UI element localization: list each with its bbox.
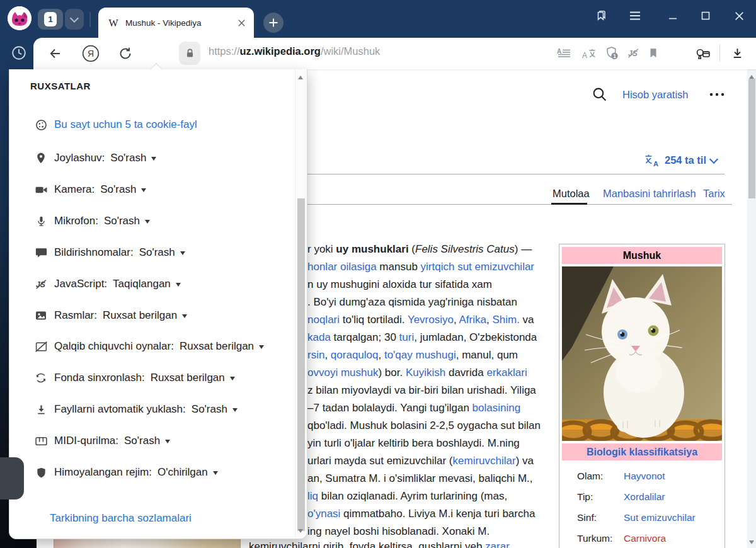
article-link[interactable]: Shim. [492, 314, 519, 326]
tab-group-button[interactable]: 1 [38, 9, 84, 30]
caret-down-icon [180, 251, 185, 258]
maximize-icon[interactable] [697, 8, 714, 23]
article-text-segment: tarqalgan; 30 [331, 331, 399, 343]
history-icon[interactable] [11, 45, 27, 61]
permission-row: Fonda sinxronlash:Ruxsat berilgan [33, 370, 235, 386]
article-link[interactable]: liq [307, 490, 318, 502]
cookies-link[interactable]: Bu sayt uchun 5 ta cookie-fayl [54, 118, 197, 131]
images-icon [33, 309, 49, 322]
permission-value-dropdown[interactable]: So'rash [98, 215, 150, 227]
content-settings-link[interactable]: Tarkibning barcha sozlamalari [50, 512, 192, 525]
permission-label: Mikrofon: [54, 215, 98, 227]
permission-value-dropdown[interactable]: Ruxsat berilgan [145, 372, 235, 384]
javascript-icon: JS [33, 278, 49, 291]
article-link[interactable]: Yevrosiyo [408, 314, 454, 326]
taxonomy-value-link[interactable]: Sut emizuvchilar [624, 512, 696, 523]
permission-value-dropdown[interactable]: So'rash [94, 183, 146, 196]
article-text-segment: uy mushuklari [336, 243, 408, 255]
profile-avatar[interactable] [8, 6, 32, 30]
permission-value-dropdown[interactable]: So'rash [105, 152, 156, 164]
reader-mode-icon[interactable]: A [557, 48, 571, 59]
create-account-link[interactable]: Hisob yaratish [622, 89, 689, 101]
permission-value-dropdown[interactable]: O'chirilgan [152, 466, 218, 479]
tab-tarix[interactable]: Tarix [703, 188, 725, 200]
article-link[interactable]: o'ynasi [307, 508, 340, 520]
permission-value-dropdown[interactable]: So'rash [134, 246, 185, 259]
taxonomy-value-link[interactable]: Xordalilar [624, 491, 665, 503]
translate-icon[interactable]: A [582, 47, 596, 60]
sidebar-handle[interactable] [0, 457, 24, 499]
taxonomy-value-link[interactable]: Carnivora [624, 533, 666, 544]
downloads-icon[interactable] [731, 47, 744, 60]
article-link[interactable]: kada [307, 331, 331, 343]
permission-value-dropdown[interactable]: Ruxsat berilgan [174, 340, 264, 353]
tab-close-icon[interactable] [237, 18, 246, 28]
article-link[interactable]: rsin [307, 349, 324, 361]
taxobox: Mushuk [559, 244, 725, 548]
new-tab-button[interactable] [263, 13, 284, 33]
page-scrollbar[interactable] [747, 69, 756, 548]
tab-group-count[interactable]: 1 [38, 9, 63, 30]
bookmark-icon[interactable] [648, 47, 659, 59]
article-link[interactable]: kemiruvchilar [453, 455, 516, 467]
tab-group-dropdown[interactable] [65, 9, 84, 30]
article-link[interactable]: zarar [485, 540, 510, 548]
scroll-down-icon[interactable] [749, 540, 754, 547]
close-icon[interactable] [730, 8, 748, 23]
article-link[interactable]: erkaklari [486, 367, 527, 379]
scroll-up-icon[interactable] [298, 73, 303, 79]
browser-tab[interactable]: W Mushuk - Vikipediya [98, 8, 254, 38]
svg-text:1: 1 [613, 53, 616, 59]
tab-mutolaa[interactable]: Mutolaa [553, 188, 590, 200]
page-scrollbar-thumb[interactable] [748, 79, 755, 198]
scroll-up-icon[interactable] [749, 72, 754, 79]
url-bar[interactable]: https://uz.wikipedia.org/wiki/Mushuk [209, 45, 380, 57]
tab-manbasini-tahrirlash[interactable]: Manbasini tahrirlash [603, 188, 696, 200]
search-icon[interactable] [592, 86, 607, 102]
article-link[interactable]: Afrika [459, 314, 486, 326]
panel-scrollbar[interactable] [295, 69, 306, 537]
permission-label: Fonda sinxronlash: [54, 372, 145, 384]
taxobox-section-title[interactable]: Biologik klassifikatsiya [562, 443, 722, 460]
permission-value: Ruxsat berilgan [180, 340, 254, 353]
article-link[interactable]: honlar oilasiga [307, 261, 377, 273]
kitten-photo[interactable] [562, 266, 722, 441]
permission-value-dropdown[interactable]: Ruxsat berilgan [97, 309, 187, 322]
article-text-segment: qbo'ladi. Mushuk bolasini 2-2,5 oygacha … [307, 420, 541, 431]
permission-row: Mikrofon:So'rash [33, 213, 150, 229]
back-icon[interactable] [48, 46, 63, 61]
refresh-icon[interactable] [118, 46, 133, 61]
taxonomy-label: Tip: [562, 491, 624, 503]
svg-text:W: W [108, 18, 118, 28]
article-link[interactable]: bolasining [472, 402, 521, 414]
more-menu-icon[interactable] [709, 92, 725, 97]
article-link[interactable]: Kuyikish [406, 367, 445, 379]
midi-icon [33, 435, 49, 448]
cookies-row: Bu sayt uchun 5 ta cookie-fayl [33, 117, 197, 133]
article-text-segment: , manul, qum [456, 349, 518, 361]
article-link[interactable]: yirtqich sut emizuvchilar [421, 261, 534, 273]
yandex-search-icon[interactable]: Я [82, 45, 100, 62]
article-link[interactable]: to'qay mushugi [384, 349, 456, 361]
permission-row: Qalqib chiquvchi oynalar:Ruxsat berilgan [33, 338, 264, 355]
language-selector[interactable]: A 254 ta til [644, 153, 717, 167]
article-link[interactable]: noqlari [307, 314, 340, 326]
protect-shield-icon[interactable]: 1 [605, 46, 619, 60]
article-line: ing nayel boshi hisoblanadi. Xonaki M. [307, 523, 556, 540]
javascript-disabled-icon[interactable]: JS [627, 47, 640, 60]
panel-scrollbar-thumb[interactable] [297, 198, 305, 531]
article-link[interactable]: turi [399, 331, 415, 343]
permission-value-dropdown[interactable]: So'rash [186, 403, 238, 416]
site-info-lock-button[interactable] [179, 42, 200, 65]
bookmarks-flag-icon[interactable] [592, 8, 610, 23]
permission-value-dropdown[interactable]: So'rash [118, 435, 170, 447]
menu-icon[interactable] [626, 8, 644, 23]
article-link[interactable]: qoraquloq [331, 349, 379, 361]
scroll-down-icon[interactable] [298, 529, 303, 535]
permission-value-dropdown[interactable]: Taqiqlangan [107, 278, 181, 290]
article-link[interactable]: ovvoyi mushuk [307, 367, 378, 379]
minimize-icon[interactable] [664, 8, 682, 23]
passwords-icon[interactable] [696, 47, 711, 60]
permission-row: JSJavaScript:Taqiqlangan [33, 276, 181, 292]
taxonomy-value-link[interactable]: Hayvonot [624, 471, 665, 482]
